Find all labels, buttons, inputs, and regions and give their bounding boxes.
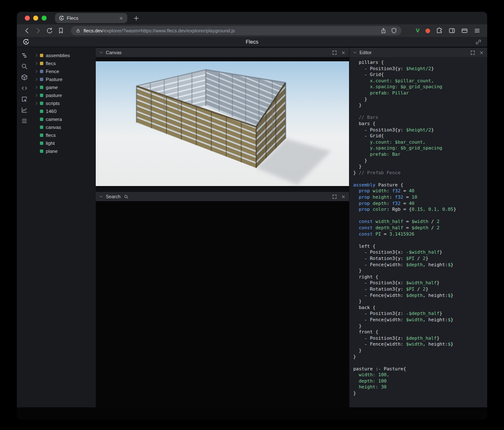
close-panel-icon[interactable] [479,50,484,55]
browser-tab[interactable]: Flecs [55,13,127,23]
flecs-explorer-app: assembliesflecsFencePasturegamepasturesc… [17,47,487,407]
code-line: prop width: f32 = 40 [353,188,487,194]
chevron-right-icon[interactable] [34,101,39,105]
chevron-right-icon[interactable] [34,61,39,66]
chevron-right-icon[interactable] [34,77,39,81]
entities-tree-icon[interactable] [21,52,28,59]
code-line: - Rotation3{y: $PI / 2} [353,286,487,293]
wallet-icon[interactable] [461,27,468,34]
code-line: back { [353,305,487,311]
search-icon[interactable] [124,194,129,199]
close-panel-icon[interactable] [341,50,346,55]
tree-item-flecs[interactable]: flecs [32,59,96,67]
brave-shield-icon[interactable] [391,28,397,34]
entity-color-square [40,54,43,57]
tables-rows-icon[interactable] [21,118,28,124]
address-bar[interactable]: flecs.dev/explorer/?wasm=https://www.fle… [71,26,402,35]
close-window-button[interactable] [25,16,30,21]
v-extension-icon[interactable]: V [416,28,420,34]
code-line [353,213,487,219]
expand-panel-icon[interactable] [332,194,337,199]
menu-icon[interactable] [474,27,480,34]
tree-item-label: assemblies [46,53,70,58]
link-icon[interactable] [475,39,481,45]
code-line: const depth_half = $depth / 2 [353,225,487,231]
code-line: - Fence{width: $depth, height:$} [353,262,487,268]
components-cube-icon[interactable] [21,74,28,81]
editor-code[interactable]: pillars { - Position3{y: $height/2} - Gr… [349,57,487,407]
code-line: prefab: Pillar [353,90,487,97]
zoom-window-button[interactable] [42,16,47,21]
code-line: - Position3{x: -$width_half} [353,249,487,256]
extensions-puzzle-icon[interactable] [436,27,443,34]
expand-panel-icon[interactable] [470,50,475,55]
close-panel-icon[interactable] [341,194,346,199]
tree-item-pasture[interactable]: pasture [32,91,96,99]
tree-item-game[interactable]: game [32,83,96,91]
tab-close-icon[interactable] [119,16,123,21]
scripts-code-icon[interactable] [21,85,28,92]
code-line: prop depth: f32 = 40 [353,201,487,207]
query-search-icon[interactable] [21,63,28,70]
reload-button[interactable] [46,27,53,34]
code-line: - Position3{y: $height/2} [353,66,487,72]
code-line: - Rotation3{y: $PI / 2} [353,256,487,262]
stats-chart-icon[interactable] [21,107,28,113]
chevron-down-icon[interactable] [353,50,357,55]
code-line: front { [353,329,487,336]
chevron-right-icon[interactable] [34,93,39,97]
tree-item-plane[interactable]: plane [32,147,96,155]
chevron-right-icon[interactable] [34,69,39,73]
tree-item-light[interactable]: light [32,139,96,147]
expand-panel-icon[interactable] [332,50,337,55]
flecs-logo-icon[interactable] [23,39,29,45]
code-line: width: 100, [353,372,487,378]
canvas-3d-viewport[interactable] [96,61,349,186]
code-line [353,109,487,115]
lock-icon [76,28,81,33]
tree-item-canvas[interactable]: canvas [32,123,96,131]
chevron-down-icon[interactable] [99,50,103,55]
tree-item-1460[interactable]: 1460 [32,107,96,115]
inspect-icon[interactable] [21,96,28,102]
search-results-area [96,201,349,407]
tree-item-label: canvas [46,125,61,130]
center-column: Canvas [96,48,349,407]
share-icon[interactable] [381,28,386,34]
tree-item-scripts[interactable]: scripts [32,99,96,107]
chevron-right-icon[interactable] [34,85,39,89]
back-button[interactable] [24,27,30,34]
bookmark-icon[interactable] [58,27,64,34]
search-panel-title: Search [106,194,121,199]
entity-color-square [40,94,43,97]
entity-color-square [40,126,43,129]
code-line: - Fence{width: $width, height:$} [353,317,487,323]
code-line: } [353,164,487,170]
entity-color-square [40,86,43,89]
left-icon-strip [17,47,32,407]
code-line: height: 30 [353,384,487,391]
tree-item-camera[interactable]: camera [32,115,96,123]
forward-button[interactable] [35,27,42,34]
entity-tree: assembliesflecsFencePasturegamepasturesc… [32,47,96,407]
code-line: - Position3{z: $depth_half} [353,336,487,342]
tree-item-Pasture[interactable]: Pasture [32,75,96,83]
tree-item-Fence[interactable]: Fence [32,67,96,75]
chevron-right-icon[interactable] [34,53,39,58]
minimize-window-button[interactable] [33,16,38,21]
new-tab-button[interactable] [133,15,139,21]
code-line: x.count: $pillar_count, [353,78,487,84]
code-line: depth: 100 [353,378,487,385]
code-line: } [353,299,487,305]
chevron-down-icon[interactable] [99,194,103,199]
tree-item-assemblies[interactable]: assemblies [32,51,96,59]
tree-item-label: camera [46,117,62,122]
side-panel-icon[interactable] [449,27,455,34]
code-line: - Position3{x: $width_half} [353,280,487,286]
tree-item-flecs[interactable]: flecs [32,131,96,139]
chevron-spacer [34,141,39,145]
tab-favicon-flecs-logo-icon [59,16,64,21]
extension-dot-icon[interactable] [425,29,430,33]
tree-item-label: scripts [46,101,60,106]
code-line: - Fence{width: $depth, height:$} [353,293,487,299]
